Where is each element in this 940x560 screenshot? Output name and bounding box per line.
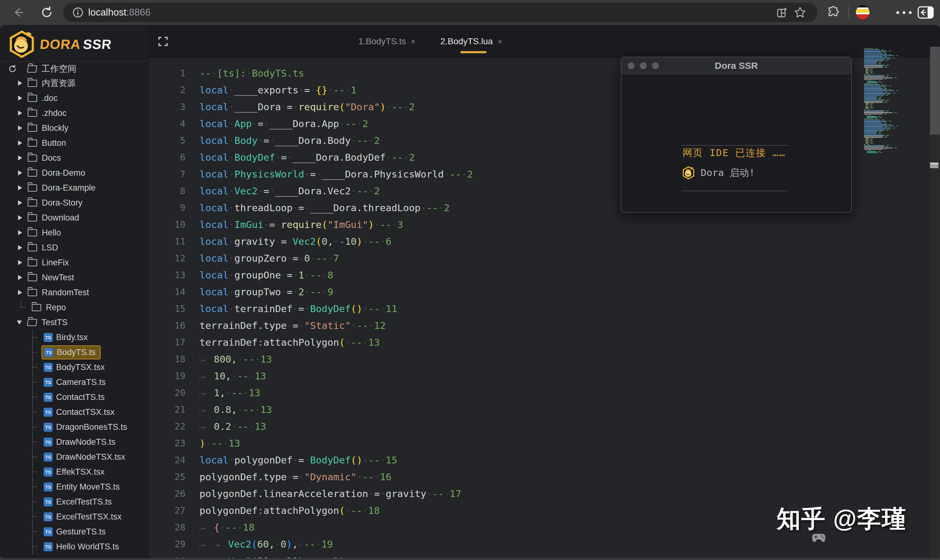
- code-line-4[interactable]: 4local·App·=·____Dora.App·--·2: [148, 115, 368, 132]
- chevron-right-icon[interactable]: [18, 290, 22, 295]
- tree-item-gesturets.ts[interactable]: TSGestureTS.ts: [0, 524, 148, 539]
- tree-item-camerats.ts[interactable]: TSCameraTS.ts: [0, 375, 148, 390]
- tab-bodyts-ts[interactable]: 1.BodyTS.ts ×: [358, 25, 416, 58]
- chevron-right-icon[interactable]: [18, 170, 22, 175]
- file-row[interactable]: TSDragonBonesTS.ts: [42, 421, 131, 434]
- tree-item-repo[interactable]: Repo: [0, 300, 148, 315]
- tree-item-.zhdoc[interactable]: .zhdoc: [0, 106, 148, 120]
- tree-item-drawnodetsx.tsx[interactable]: TSDrawNodeTSX.tsx: [0, 449, 148, 465]
- file-row[interactable]: TSExcelTestTS.ts: [42, 495, 116, 508]
- file-row[interactable]: TSDrawNodeTSX.tsx: [42, 451, 129, 463]
- tree-item-bodyts.ts[interactable]: TSBodyTS.ts: [0, 345, 148, 360]
- tree-item-randomtest[interactable]: RandomTest: [0, 285, 148, 300]
- code-line-30[interactable]: 30→→Vec2(30,·-30),·--·20: [148, 552, 344, 558]
- fullscreen-icon[interactable]: [157, 25, 169, 58]
- code-line-17[interactable]: 17terrainDef:attachPolygon(·--·13: [148, 334, 380, 351]
- workspace-refresh-icon[interactable]: [8, 64, 17, 74]
- file-row[interactable]: TSGestureTS.ts: [42, 525, 110, 538]
- bookmark-star-icon[interactable]: [790, 0, 810, 25]
- file-row[interactable]: TSBodyTSX.tsx: [42, 361, 109, 374]
- workspace-row[interactable]: 工作空间: [0, 62, 156, 76]
- close-dot[interactable]: [628, 62, 635, 69]
- tree-item-dragonbonests.ts[interactable]: TSDragonBonesTS.ts: [0, 420, 148, 434]
- chevron-right-icon[interactable]: [18, 215, 22, 220]
- chevron-right-icon[interactable]: [18, 111, 22, 115]
- profile-avatar[interactable]: [855, 0, 870, 25]
- code-line-20[interactable]: 20→1,·--·13: [148, 384, 260, 401]
- chevron-right-icon[interactable]: [18, 245, 22, 250]
- tab-close-icon[interactable]: ×: [411, 37, 416, 46]
- code-line-24[interactable]: 24local·polygonDef·=·BodyDef()·--·15: [148, 452, 398, 468]
- code-line-22[interactable]: 22→0.2·--·13: [148, 418, 266, 435]
- chevron-down-icon[interactable]: [17, 320, 22, 325]
- file-row[interactable]: TSContactTSX.tsx: [42, 406, 119, 418]
- chevron-right-icon[interactable]: [18, 260, 22, 265]
- zoom-dot[interactable]: [652, 62, 659, 69]
- file-row[interactable]: TSDrawNodeTS.ts: [42, 436, 120, 449]
- code-line-23[interactable]: 23)·--·13: [148, 435, 240, 452]
- tree-item-button[interactable]: Button: [0, 135, 148, 151]
- tree-item-entity-movets.ts[interactable]: TSEntity MoveTS.ts: [0, 479, 148, 494]
- tree-item-linefix[interactable]: LineFix: [0, 255, 148, 270]
- menu-ellipsis-icon[interactable]: [895, 0, 912, 25]
- minimize-dot[interactable]: [640, 62, 647, 69]
- file-row[interactable]: TSHello WorldTS.ts: [42, 540, 123, 553]
- tree-item-effektsx.tsx[interactable]: TSEffekTSX.tsx: [0, 465, 148, 479]
- code-line-28[interactable]: 28→{·--·18: [148, 519, 255, 536]
- chevron-right-icon[interactable]: [18, 126, 22, 131]
- code-line-14[interactable]: 14local·groupTwo·=·2·--·9: [148, 283, 333, 300]
- tree-item-docs[interactable]: Docs: [0, 151, 148, 165]
- code-line-13[interactable]: 13local·groupOne·=·1·--·8: [148, 267, 333, 283]
- tree-item-blockly[interactable]: Blockly: [0, 120, 148, 135]
- code-line-2[interactable]: 2local·____exports·=·{}·--·1: [148, 82, 356, 98]
- refresh-icon[interactable]: [40, 0, 54, 25]
- tree-item-hello[interactable]: Hello: [0, 225, 148, 240]
- tree-item-.doc[interactable]: .doc: [0, 91, 148, 106]
- sidebar-panel-icon[interactable]: [916, 0, 935, 25]
- dora-ssr-window[interactable]: Dora SSR 网页 IDE 已连接 …… Dora 启动!: [621, 57, 852, 213]
- tree-item-bodytsx.tsx[interactable]: TSBodyTSX.tsx: [0, 360, 148, 375]
- code-line-11[interactable]: 11local·gravity·=·Vec2(0,·-10)·--·6: [148, 233, 391, 250]
- chevron-right-icon[interactable]: [18, 200, 22, 205]
- address-bar[interactable]: localhost:8866: [63, 3, 818, 22]
- code-line-6[interactable]: 6local·BodyDef·=·____Dora.BodyDef·--·2: [148, 149, 415, 166]
- tree-item-contactts.ts[interactable]: TSContactTS.ts: [0, 390, 148, 405]
- file-row[interactable]: TSExcelTestTSX.tsx: [42, 511, 126, 523]
- code-line-19[interactable]: 19→10,·--·13: [148, 368, 266, 384]
- site-info-icon[interactable]: [72, 0, 84, 25]
- code-line-7[interactable]: 7local·PhysicsWorld·=·____Dora.PhysicsWo…: [148, 166, 473, 183]
- code-line-25[interactable]: 25polygonDef.type·=·"Dynamic"·--·16: [148, 468, 391, 485]
- tab-close-icon[interactable]: ×: [498, 37, 502, 46]
- file-row[interactable]: TSEffekTSX.tsx: [42, 466, 109, 478]
- tree-item-contacttsx.tsx[interactable]: TSContactTSX.tsx: [0, 405, 148, 420]
- chevron-right-icon[interactable]: [18, 140, 22, 145]
- split-screen-icon[interactable]: [774, 0, 790, 25]
- chevron-right-icon[interactable]: [18, 185, 22, 190]
- chevron-right-icon[interactable]: [18, 155, 22, 160]
- chevron-right-icon[interactable]: [18, 275, 22, 280]
- extensions-puzzle-icon[interactable]: [825, 0, 841, 25]
- tree-item-hello-worldts.ts[interactable]: TSHello WorldTS.ts: [0, 539, 148, 554]
- tree-item-exceltesttsx.tsx[interactable]: TSExcelTestTSX.tsx: [0, 509, 148, 524]
- file-row[interactable]: TSBirdy.tsx: [42, 331, 92, 344]
- chevron-right-icon[interactable]: [18, 230, 22, 235]
- tree-item-download[interactable]: Download: [0, 210, 148, 225]
- tree-item-drawnodets.ts[interactable]: TSDrawNodeTS.ts: [0, 434, 148, 449]
- code-line-26[interactable]: 26polygonDef.linearAcceleration·=·gravit…: [148, 485, 461, 502]
- code-line-1[interactable]: 1--·[ts]:·BodyTS.ts: [148, 65, 304, 82]
- tree-item-dora-example[interactable]: Dora-Example: [0, 180, 148, 195]
- traffic-light-buttons[interactable]: [628, 57, 659, 74]
- file-row[interactable]: TSCameraTS.ts: [42, 376, 110, 389]
- code-line-16[interactable]: 16terrainDef.type·=·"Static"·--·12: [148, 317, 385, 334]
- layout-handle[interactable]: [930, 163, 938, 168]
- tree-item-dora-demo[interactable]: Dora-Demo: [0, 165, 148, 180]
- dora-window-titlebar[interactable]: Dora SSR: [621, 57, 851, 74]
- code-line-12[interactable]: 12local·groupZero·=·0·--·7: [148, 250, 339, 267]
- chevron-right-icon[interactable]: [18, 81, 22, 86]
- tree-item-exceltestts.ts[interactable]: TSExcelTestTS.ts: [0, 494, 148, 509]
- code-line-15[interactable]: 15local·terrainDef·=·BodyDef()·--·11: [148, 300, 398, 317]
- tree-item-dora-story[interactable]: Dora-Story: [0, 195, 148, 210]
- code-line-3[interactable]: 3local·____Dora·=·require("Dora")·--·2: [148, 98, 415, 115]
- code-line-10[interactable]: 10local·ImGui·=·require("ImGui")·--·3: [148, 216, 403, 233]
- code-line-21[interactable]: 21→0.8,·--·13: [148, 401, 272, 418]
